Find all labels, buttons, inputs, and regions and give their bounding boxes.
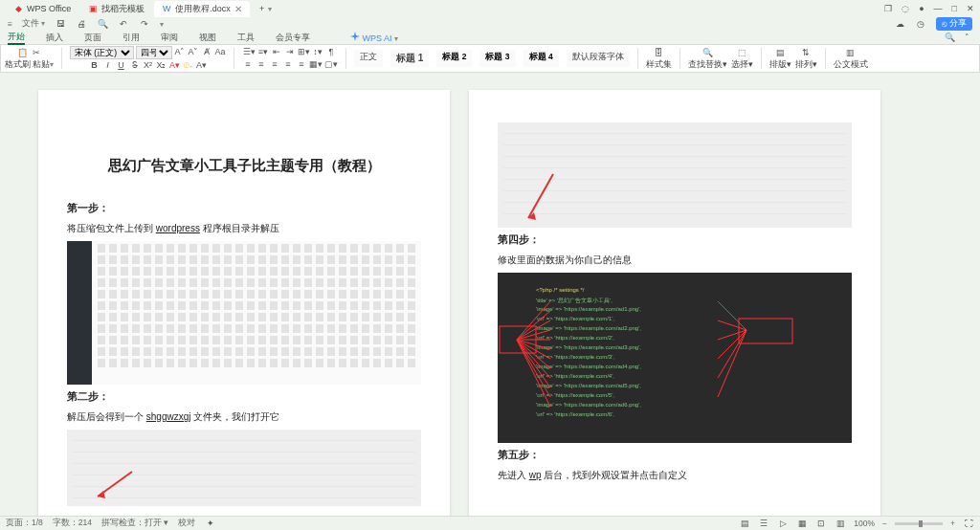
select-button[interactable]: ⬚选择▾ [731, 48, 753, 69]
search-icon[interactable]: 🔍 [944, 32, 955, 43]
borders-icon[interactable]: ▢▾ [324, 59, 338, 71]
menu-member[interactable]: 会员专享 [276, 32, 310, 44]
wordpress-link[interactable]: wordpress [156, 223, 200, 233]
tab-templates[interactable]: ▣ 找稻壳模板 [80, 1, 152, 17]
font-decrease-icon[interactable]: A˅ [188, 47, 199, 58]
fullscreen-icon[interactable]: ⛶ [963, 518, 974, 529]
close-tab-icon[interactable]: ✕ [234, 4, 242, 14]
file-menu[interactable]: 文件 ▾ [22, 18, 45, 30]
print-icon[interactable]: 🖨 [76, 18, 87, 30]
view-page-icon[interactable]: ▤ [739, 518, 750, 529]
office-mode-button[interactable]: ▥公文模式 [834, 48, 868, 69]
status-ai-icon[interactable]: ✦ [205, 518, 216, 529]
font-family-select[interactable]: 宋体 (正文) [70, 46, 134, 59]
style-heading3[interactable]: 标题 3 [479, 50, 515, 67]
shading-icon[interactable]: ▦▾ [309, 59, 323, 71]
style-heading4[interactable]: 标题 4 [523, 50, 559, 67]
menu-insert[interactable]: 插入 [46, 32, 63, 44]
menu-start[interactable]: 开始 [8, 31, 25, 45]
zoom-slider[interactable] [895, 522, 943, 525]
align-distribute-icon[interactable]: ≡ [296, 59, 307, 71]
style-heading2[interactable]: 标题 2 [436, 50, 472, 67]
menu-tools[interactable]: 工具 [237, 32, 255, 44]
layout-button[interactable]: ▤排版▾ [769, 48, 791, 69]
view-web-icon[interactable]: ▦ [796, 518, 808, 529]
tab-stops-icon[interactable]: ⊞▾ [298, 47, 310, 58]
cloud-icon[interactable]: ☁ [894, 18, 905, 30]
clear-format-icon[interactable]: Ⱥ [201, 47, 212, 58]
word-count[interactable]: 字数：214 [53, 518, 92, 529]
superscript-icon[interactable]: X² [143, 60, 154, 72]
align-right-icon[interactable]: ≡ [269, 59, 280, 71]
italic-icon[interactable]: I [102, 60, 114, 72]
indent-decrease-icon[interactable]: ⇤ [271, 47, 282, 58]
window-maximize-icon[interactable]: □ [952, 4, 957, 13]
font-size-select[interactable]: 四号 [136, 46, 172, 59]
menu-page[interactable]: 页面 [84, 32, 101, 44]
view-fit-icon[interactable]: ⊡ [815, 518, 827, 529]
avatar-icon[interactable]: ● [919, 4, 924, 13]
paste-button[interactable]: 粘贴▾ [33, 60, 54, 70]
style-normal[interactable]: 正文 [354, 50, 383, 67]
collapse-ribbon-icon[interactable]: ˄ [961, 32, 972, 43]
change-case-icon[interactable]: Aa [214, 47, 226, 58]
redo-icon[interactable]: ↷ [139, 18, 150, 30]
page-indicator[interactable]: 页面：1/8 [6, 518, 43, 529]
font-increase-icon[interactable]: A˄ [174, 47, 186, 58]
undo-icon[interactable]: ↶ [118, 18, 129, 30]
tab-document[interactable]: W 使用教程.docx ✕ [154, 1, 250, 17]
style-heading1[interactable]: 标题 1 [390, 50, 429, 67]
window-minimize-icon[interactable]: — [934, 4, 943, 13]
window-duplicate-icon[interactable]: ❐ [884, 4, 892, 13]
show-marks-icon[interactable]: ¶ [325, 47, 337, 58]
menu-review[interactable]: 审阅 [161, 32, 178, 44]
window-close-icon[interactable]: ✕ [967, 4, 974, 13]
zoom-level[interactable]: 100% [854, 519, 875, 528]
folder-link[interactable]: shggwzxgj [146, 411, 191, 422]
template-icon: ▣ [88, 4, 98, 13]
view-outline-icon[interactable]: ☰ [758, 518, 769, 529]
cut-icon[interactable]: ✂ [31, 48, 42, 59]
bold-icon[interactable]: B [89, 60, 100, 72]
sort-button[interactable]: ⇅排列▾ [795, 48, 817, 69]
view-read-icon[interactable]: ▷ [777, 518, 789, 529]
find-replace-button[interactable]: 🔍查找替换▾ [688, 48, 727, 69]
tab-wps-office[interactable]: ◆ WPS Office [6, 2, 78, 15]
strike-icon[interactable]: S̶ [129, 60, 141, 72]
menu-reference[interactable]: 引用 [122, 32, 140, 44]
proofread-button[interactable]: 校对 [178, 518, 195, 529]
wp-link[interactable]: wp [529, 470, 542, 480]
style-set-button[interactable]: 🗄样式集 [646, 48, 672, 69]
format-brush-button[interactable]: 格式刷 [5, 60, 31, 69]
bullet-list-icon[interactable]: ☰▾ [243, 47, 256, 58]
zoom-in-button[interactable]: + [950, 519, 955, 528]
window-sync-icon[interactable]: ◌ [902, 4, 909, 13]
text-effects-icon[interactable]: A▾ [196, 60, 208, 72]
wps-ai-button[interactable]: WPS AI ▾ [350, 32, 398, 43]
highlight-icon[interactable]: ⎚▾ [183, 60, 194, 72]
document-canvas[interactable]: 思幻广告文章小工具子比主题专用（教程） 第一步： 将压缩包文件上传到 wordp… [0, 73, 980, 516]
align-left-icon[interactable]: ≡ [242, 59, 254, 71]
menu-view[interactable]: 视图 [199, 32, 216, 44]
indent-increase-icon[interactable]: ⇥ [284, 47, 296, 58]
underline-icon[interactable]: U [116, 60, 127, 72]
font-color-icon[interactable]: A▾ [169, 60, 181, 72]
hamburger-icon[interactable]: ≡ [8, 19, 12, 29]
spellcheck-toggle[interactable]: 拼写检查：打开 ▾ [101, 518, 168, 529]
align-justify-icon[interactable]: ≡ [282, 59, 294, 71]
chevron-down-icon: ▾ [41, 19, 45, 28]
view-split-icon[interactable]: ▥ [835, 518, 846, 529]
line-spacing-icon[interactable]: ↕▾ [312, 47, 323, 58]
number-list-icon[interactable]: ≡▾ [257, 47, 269, 58]
share-button[interactable]: ⎋分享 [936, 17, 972, 31]
preview-icon[interactable]: 🔍 [97, 18, 108, 30]
tab-add[interactable]: + ▾ [252, 2, 279, 15]
clock-icon[interactable]: ◷ [915, 18, 926, 30]
zoom-out-button[interactable]: − [882, 519, 887, 528]
copy-icon[interactable]: 📋 [17, 48, 29, 59]
save-icon[interactable]: 🖫 [55, 18, 66, 30]
align-center-icon[interactable]: ≡ [256, 59, 267, 71]
chevron-down-icon[interactable]: ▾ [160, 20, 164, 29]
subscript-icon[interactable]: X₂ [156, 60, 167, 72]
style-default[interactable]: 默认段落字体 [567, 50, 630, 67]
